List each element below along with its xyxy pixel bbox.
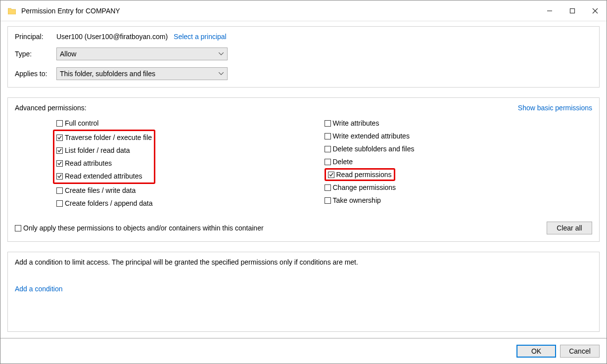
perm-read-extended-attributes[interactable]: Read extended attributes bbox=[56, 170, 152, 182]
condition-description: Add a condition to limit access. The pri… bbox=[15, 258, 592, 266]
perm-write-extended-attributes[interactable]: Write extended attributes bbox=[325, 130, 593, 142]
clear-all-button[interactable]: Clear all bbox=[547, 222, 592, 234]
principal-panel: Principal: User100 (User100@firatboyan.c… bbox=[7, 26, 600, 88]
svg-rect-1 bbox=[570, 8, 575, 13]
applies-to-select[interactable]: This folder, subfolders and files bbox=[56, 67, 228, 80]
folder-icon bbox=[7, 6, 16, 15]
checkbox-label: Write attributes bbox=[333, 119, 379, 127]
checkbox[interactable] bbox=[325, 159, 331, 165]
ok-button[interactable]: OK bbox=[516, 345, 556, 358]
minimize-button[interactable] bbox=[538, 0, 561, 21]
only-apply-checkbox[interactable]: Only apply these permissions to objects … bbox=[15, 222, 264, 234]
checkbox[interactable] bbox=[325, 120, 331, 127]
checkbox-label: Traverse folder / execute file bbox=[65, 134, 152, 141]
checkbox-label: Full control bbox=[65, 119, 98, 127]
checkbox-label: Only apply these permissions to objects … bbox=[23, 224, 264, 232]
applies-to-label: Applies to: bbox=[15, 70, 56, 78]
checkbox[interactable] bbox=[56, 173, 63, 180]
maximize-button[interactable] bbox=[561, 0, 584, 21]
select-principal-link[interactable]: Select a principal bbox=[174, 33, 227, 41]
checkbox[interactable] bbox=[325, 184, 331, 191]
checkbox[interactable] bbox=[56, 160, 63, 167]
checkbox[interactable] bbox=[56, 200, 63, 207]
checkbox[interactable] bbox=[328, 172, 334, 178]
checkbox-label: Create files / write data bbox=[65, 186, 136, 194]
perm-delete[interactable]: Delete bbox=[325, 155, 593, 168]
permissions-panel: Advanced permissions: Show basic permiss… bbox=[7, 97, 600, 242]
principal-value: User100 (User100@firatboyan.com) bbox=[56, 33, 168, 41]
cancel-button[interactable]: Cancel bbox=[560, 345, 600, 358]
checkbox-label: Read attributes bbox=[65, 159, 112, 167]
add-condition-link[interactable]: Add a condition bbox=[15, 285, 63, 293]
checkbox-label: Take ownership bbox=[333, 196, 381, 204]
perm-delete-subfolders[interactable]: Delete subfolders and files bbox=[325, 142, 593, 155]
type-label: Type: bbox=[15, 50, 56, 58]
dialog-footer: OK Cancel bbox=[0, 338, 607, 364]
checkbox-label: Write extended attributes bbox=[333, 132, 410, 140]
perm-full-control[interactable]: Full control bbox=[56, 117, 325, 130]
checkbox-label: Read extended attributes bbox=[65, 172, 142, 180]
principal-label: Principal: bbox=[15, 33, 56, 41]
perm-change-permissions[interactable]: Change permissions bbox=[325, 181, 593, 194]
checkbox-label: Delete subfolders and files bbox=[333, 145, 415, 153]
advanced-permissions-heading: Advanced permissions: bbox=[15, 104, 87, 112]
conditions-panel: Add a condition to limit access. The pri… bbox=[7, 252, 600, 332]
checkbox[interactable] bbox=[15, 225, 21, 231]
checkbox-label: Delete bbox=[333, 158, 353, 166]
checkbox[interactable] bbox=[325, 197, 331, 204]
checkbox[interactable] bbox=[56, 135, 63, 141]
perm-create-files[interactable]: Create files / write data bbox=[56, 184, 325, 197]
checkbox[interactable] bbox=[56, 120, 63, 127]
checkbox-label: List folder / read data bbox=[65, 146, 130, 154]
show-basic-permissions-link[interactable]: Show basic permissions bbox=[518, 104, 592, 112]
checkbox-label: Read permissions bbox=[336, 171, 392, 179]
perm-traverse-folder[interactable]: Traverse folder / execute file bbox=[56, 131, 152, 144]
perm-read-permissions[interactable]: Read permissions bbox=[325, 168, 395, 181]
type-select[interactable]: Allow bbox=[56, 47, 228, 60]
checkbox[interactable] bbox=[56, 187, 63, 194]
permissions-right-column: Write attributes Write extended attribut… bbox=[325, 117, 593, 210]
checkbox-label: Create folders / append data bbox=[65, 199, 152, 207]
permissions-left-column: Full control Traverse folder / execute f… bbox=[56, 117, 325, 210]
checkbox-label: Change permissions bbox=[333, 183, 396, 191]
perm-read-attributes[interactable]: Read attributes bbox=[56, 157, 152, 170]
title-bar: Permission Entry for COMPANY bbox=[0, 0, 607, 21]
perm-take-ownership[interactable]: Take ownership bbox=[325, 194, 593, 207]
perm-create-folders[interactable]: Create folders / append data bbox=[56, 197, 325, 210]
perm-write-attributes[interactable]: Write attributes bbox=[325, 117, 593, 130]
window-title: Permission Entry for COMPANY bbox=[21, 7, 120, 15]
close-button[interactable] bbox=[584, 0, 607, 21]
checkbox[interactable] bbox=[325, 133, 331, 139]
checkbox[interactable] bbox=[56, 147, 63, 154]
checkbox[interactable] bbox=[325, 146, 331, 152]
perm-list-folder[interactable]: List folder / read data bbox=[56, 144, 152, 157]
